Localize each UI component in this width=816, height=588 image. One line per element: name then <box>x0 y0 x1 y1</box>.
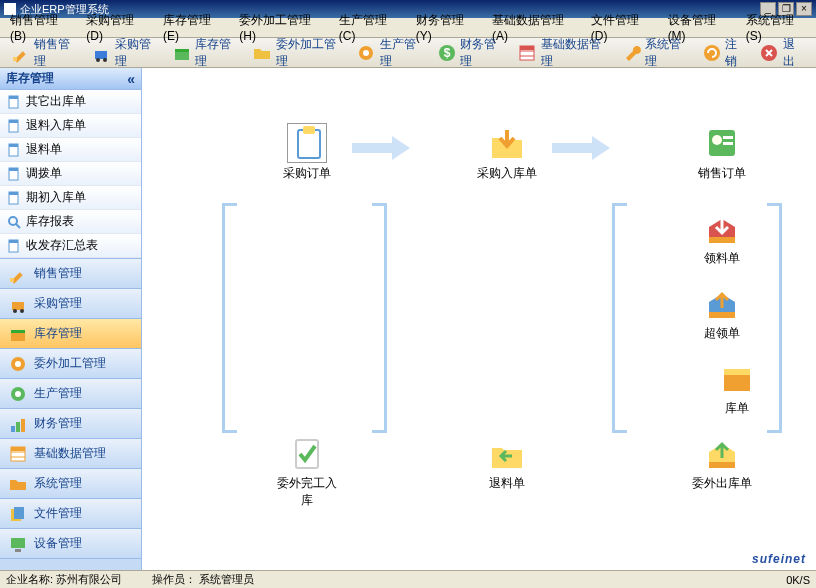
nav-item[interactable]: 财务管理 <box>0 409 141 439</box>
flow-label: 领料单 <box>687 250 757 267</box>
svg-rect-30 <box>9 240 18 243</box>
tree-item[interactable]: 库存报表 <box>0 210 141 234</box>
tree-item[interactable]: 收发存汇总表 <box>0 234 141 258</box>
toolbar-button[interactable]: 注销 <box>697 34 752 72</box>
tree-label: 收发存汇总表 <box>26 237 98 254</box>
flow-icon <box>702 283 742 323</box>
svg-point-41 <box>15 391 21 397</box>
svg-rect-64 <box>709 462 735 468</box>
flow-label: 采购订单 <box>272 165 342 182</box>
svg-rect-1 <box>13 57 17 61</box>
flow-node-wxout[interactable]: 委外出库单 <box>687 433 757 492</box>
toolbar-button[interactable]: 库存管理 <box>167 34 246 72</box>
flow-node-po[interactable]: 采购订单 <box>272 123 342 182</box>
nav-item[interactable]: 文件管理 <box>0 499 141 529</box>
speed-label: 0K/S <box>786 574 810 586</box>
nav-item[interactable]: 库存管理 <box>0 319 141 349</box>
flow-node-stor[interactable]: 库单 <box>702 358 772 417</box>
sidebar-header[interactable]: 库存管理 « <box>0 68 141 90</box>
flow-node-pi[interactable]: 采购入库单 <box>472 123 542 182</box>
svg-rect-51 <box>11 538 25 548</box>
tree-item[interactable]: 退料单 <box>0 138 141 162</box>
gear2-icon <box>8 384 28 404</box>
nav-item[interactable]: 设备管理 <box>0 529 141 559</box>
gear-icon <box>356 42 377 64</box>
svg-point-3 <box>96 58 100 62</box>
flow-icon <box>487 123 527 163</box>
nav-item[interactable]: 系统管理 <box>0 469 141 499</box>
flow-node-wxin[interactable]: 委外完工入库 <box>272 433 342 509</box>
toolbar-button[interactable]: 系统管理 <box>617 34 696 72</box>
box-icon <box>8 324 28 344</box>
svg-point-27 <box>9 217 17 225</box>
svg-rect-14 <box>520 46 534 50</box>
toolbar-label: 委外加工管理 <box>276 36 346 70</box>
svg-rect-24 <box>9 168 18 171</box>
nav-item[interactable]: 采购管理 <box>0 289 141 319</box>
nav-item[interactable]: 委外加工管理 <box>0 349 141 379</box>
tree-item[interactable]: 退料入库单 <box>0 114 141 138</box>
folder-icon <box>8 474 28 494</box>
bracket-left <box>612 203 627 433</box>
folder-icon <box>252 42 273 64</box>
svg-rect-42 <box>11 426 15 432</box>
nav-item[interactable]: 生产管理 <box>0 379 141 409</box>
toolbar-button[interactable]: 生产管理 <box>352 34 431 72</box>
sidebar-tree: 其它出库单退料入库单退料单调拨单期初入库单库存报表收发存汇总表 <box>0 90 141 259</box>
company-label: 企业名称: 苏州有限公司 <box>6 572 122 587</box>
flow-icon <box>487 433 527 473</box>
nav-label: 基础数据管理 <box>34 445 106 462</box>
doc-icon <box>6 118 22 134</box>
toolbar-button[interactable]: $财务管理 <box>432 34 511 72</box>
tree-item[interactable]: 调拨单 <box>0 162 141 186</box>
toolbar-button[interactable]: 销售管理 <box>6 34 85 72</box>
pencil-icon <box>10 42 31 64</box>
nav-label: 库存管理 <box>34 325 82 342</box>
cart-icon <box>8 294 28 314</box>
flow-label: 销售订单 <box>687 165 757 182</box>
flow-node-over[interactable]: 超领单 <box>687 283 757 342</box>
svg-rect-43 <box>16 422 20 432</box>
tree-label: 库存报表 <box>26 213 74 230</box>
svg-rect-48 <box>11 447 25 451</box>
collapse-icon[interactable]: « <box>127 71 135 87</box>
toolbar-label: 退出 <box>783 36 806 70</box>
toolbar: 销售管理采购管理库存管理委外加工管理生产管理$财务管理基础数据管理系统管理注销退… <box>0 38 816 68</box>
flow-label: 委外完工入库 <box>272 475 342 509</box>
nav-label: 财务管理 <box>34 415 82 432</box>
doc-icon <box>6 142 22 158</box>
nav-item[interactable]: 销售管理 <box>0 259 141 289</box>
svg-rect-58 <box>723 142 733 145</box>
svg-rect-60 <box>709 312 735 318</box>
flow-node-so[interactable]: 销售订单 <box>687 123 757 182</box>
flow-node-ret[interactable]: 退料单 <box>472 433 542 492</box>
flow-node-pick[interactable]: 领料单 <box>687 208 757 267</box>
flow-icon <box>287 123 327 163</box>
toolbar-button[interactable]: 退出 <box>755 34 810 72</box>
svg-rect-54 <box>303 126 315 134</box>
svg-rect-57 <box>723 136 733 139</box>
flow-icon <box>717 358 757 398</box>
box-icon <box>171 42 192 64</box>
bracket-left <box>222 203 237 433</box>
svg-text:$: $ <box>443 46 450 60</box>
toolbar-button[interactable]: 委外加工管理 <box>248 34 350 72</box>
pencil-icon <box>8 264 28 284</box>
toolbar-label: 系统管理 <box>645 36 691 70</box>
nav-label: 委外加工管理 <box>34 355 106 372</box>
svg-rect-18 <box>9 96 18 99</box>
nav-item[interactable]: 基础数据管理 <box>0 439 141 469</box>
flow-label: 采购入库单 <box>472 165 542 182</box>
tree-item[interactable]: 期初入库单 <box>0 186 141 210</box>
svg-rect-53 <box>298 130 320 158</box>
toolbar-button[interactable]: 采购管理 <box>87 34 166 72</box>
svg-rect-50 <box>14 507 24 519</box>
toolbar-label: 销售管理 <box>34 36 80 70</box>
flow-label: 超领单 <box>687 325 757 342</box>
tree-item[interactable]: 其它出库单 <box>0 90 141 114</box>
svg-rect-62 <box>724 369 750 375</box>
nav-label: 采购管理 <box>34 295 82 312</box>
sidebar: 库存管理 « 其它出库单退料入库单退料单调拨单期初入库单库存报表收发存汇总表 销… <box>0 68 142 570</box>
workflow-canvas: sufeinet 采购订单采购入库单销售订单领料单超领单库单委外完工入库退料单委… <box>142 68 816 570</box>
toolbar-button[interactable]: 基础数据管理 <box>513 34 615 72</box>
